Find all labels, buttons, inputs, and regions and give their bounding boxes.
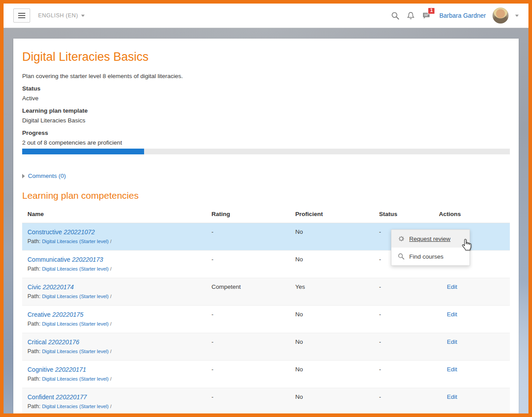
column-header-rating: Rating xyxy=(211,211,295,217)
gear-icon xyxy=(398,235,405,242)
path-level-link[interactable]: (Starter level) xyxy=(79,321,109,327)
menu-item-find-courses[interactable]: Find courses xyxy=(391,248,469,265)
user-menu-caret-icon[interactable] xyxy=(515,15,519,17)
proficient-cell: No xyxy=(295,366,379,382)
competencies-heading: Learning plan competencies xyxy=(22,190,510,201)
competency-path: Path: Digital Literacies (Starter level)… xyxy=(27,376,211,382)
page-title: Digital Literacies Basics xyxy=(22,50,510,64)
comments-toggle[interactable]: Comments (0) xyxy=(22,173,510,179)
top-navbar: ENGLISH (EN) 1 Barbara Gardner xyxy=(4,4,528,28)
rating-cell: Competent xyxy=(211,283,295,299)
competency-link[interactable]: Critical 220220176 xyxy=(27,338,79,346)
collapsed-caret-icon xyxy=(22,174,25,178)
proficient-cell: No xyxy=(295,338,379,354)
proficient-cell: Yes xyxy=(295,283,379,299)
rating-cell: - xyxy=(211,393,295,409)
proficient-cell: No xyxy=(295,228,379,244)
progress-fill xyxy=(22,149,144,154)
menu-item-request-review[interactable]: Request review xyxy=(391,230,469,248)
column-header-actions: Actions xyxy=(439,211,510,217)
actions-dropdown-menu: Request review Find courses xyxy=(391,229,470,266)
competency-path: Path: Digital Literacies (Starter level)… xyxy=(27,348,211,354)
table-header-row: Name Rating Proficient Status Actions xyxy=(22,205,510,223)
avatar[interactable] xyxy=(493,8,509,24)
notifications-bell-icon[interactable] xyxy=(407,11,415,20)
search-icon xyxy=(398,253,405,260)
path-level-link[interactable]: (Starter level) xyxy=(79,266,109,271)
plan-description: Plan covering the starter level 8 elemen… xyxy=(22,73,510,79)
edit-link[interactable]: Edit xyxy=(447,338,457,345)
path-framework-link[interactable]: Digital Literacies xyxy=(42,349,78,354)
competency-link[interactable]: Communicative 220220173 xyxy=(27,256,103,263)
rating-cell: - xyxy=(211,256,295,272)
column-header-name: Name xyxy=(22,211,211,217)
table-row: Critical 220220176 Path: Digital Literac… xyxy=(22,333,510,361)
menu-item-label: Find courses xyxy=(409,253,443,260)
search-icon[interactable] xyxy=(391,11,400,20)
proficient-cell: No xyxy=(295,256,379,272)
message-count-badge: 1 xyxy=(428,8,435,14)
navbar-right: 1 Barbara Gardner xyxy=(391,8,519,24)
edit-link[interactable]: Edit xyxy=(447,283,457,290)
status-cell: - xyxy=(379,338,439,354)
menu-item-label: Request review xyxy=(409,236,450,242)
content-card: Digital Literacies Basics Plan covering … xyxy=(13,39,519,413)
column-header-status: Status xyxy=(379,211,439,217)
table-row: Cognitive 220220171 Path: Digital Litera… xyxy=(22,361,510,388)
path-framework-link[interactable]: Digital Literacies xyxy=(42,404,78,409)
template-label: Learning plan template xyxy=(22,107,510,114)
status-value: Active xyxy=(22,95,510,102)
table-row: Confident 220220177 Path: Digital Litera… xyxy=(22,388,510,413)
path-level-link[interactable]: (Starter level) xyxy=(79,349,109,354)
path-framework-link[interactable]: Digital Literacies xyxy=(42,239,78,244)
proficient-cell: No xyxy=(295,393,379,409)
proficient-cell: No xyxy=(295,311,379,327)
path-framework-link[interactable]: Digital Literacies xyxy=(42,321,78,327)
path-level-link[interactable]: (Starter level) xyxy=(79,239,109,244)
status-cell: - xyxy=(379,283,439,299)
template-value: Digital Literacies Basics xyxy=(22,117,510,124)
status-label: Status xyxy=(22,85,510,92)
competency-link[interactable]: Cognitive 220220171 xyxy=(27,366,86,373)
competency-path: Path: Digital Literacies (Starter level)… xyxy=(27,321,211,327)
path-framework-link[interactable]: Digital Literacies xyxy=(42,376,78,382)
table-row: Creative 220220175 Path: Digital Literac… xyxy=(22,306,510,333)
comments-link[interactable]: Comments (0) xyxy=(28,173,66,179)
path-level-link[interactable]: (Starter level) xyxy=(79,294,109,299)
competency-link[interactable]: Constructive 220221072 xyxy=(27,228,95,236)
status-cell: - xyxy=(379,393,439,409)
menu-toggle-button[interactable] xyxy=(13,8,30,23)
status-cell: - xyxy=(379,366,439,382)
competency-path: Path: Digital Literacies (Starter level)… xyxy=(27,293,211,299)
competency-link[interactable]: Civic 220220174 xyxy=(27,283,74,291)
chevron-down-icon xyxy=(81,15,85,17)
rating-cell: - xyxy=(211,338,295,354)
competency-link[interactable]: Confident 220220177 xyxy=(27,393,87,401)
edit-link[interactable]: Edit xyxy=(447,311,457,318)
rating-cell: - xyxy=(211,228,295,244)
status-cell: - xyxy=(379,311,439,327)
rating-cell: - xyxy=(211,311,295,327)
progress-text: 2 out of 8 competencies are proficient xyxy=(22,139,510,146)
edit-link[interactable]: Edit xyxy=(447,366,457,373)
user-name-link[interactable]: Barbara Gardner xyxy=(439,12,486,19)
competency-link[interactable]: Creative 220220175 xyxy=(27,311,83,318)
competency-path: Path: Digital Literacies (Starter level)… xyxy=(27,266,211,272)
competency-path: Path: Digital Literacies (Starter level)… xyxy=(27,238,211,244)
rating-cell: - xyxy=(211,366,295,382)
table-row: Civic 220220174 Path: Digital Literacies… xyxy=(22,278,510,306)
path-framework-link[interactable]: Digital Literacies xyxy=(42,294,78,299)
path-framework-link[interactable]: Digital Literacies xyxy=(42,266,78,271)
mouse-cursor-hand-icon xyxy=(460,239,472,254)
language-selector[interactable]: ENGLISH (EN) xyxy=(38,12,85,19)
messages-icon[interactable]: 1 xyxy=(422,11,431,20)
language-label: ENGLISH (EN) xyxy=(38,12,78,19)
page-background: Digital Literacies Basics Plan covering … xyxy=(4,28,528,413)
path-level-link[interactable]: (Starter level) xyxy=(79,376,109,382)
page-frame: ENGLISH (EN) 1 Barbara Gardner Digital L… xyxy=(0,0,532,417)
hamburger-icon xyxy=(18,13,25,14)
path-level-link[interactable]: (Starter level) xyxy=(79,404,109,409)
progress-label: Progress xyxy=(22,130,510,136)
edit-link[interactable]: Edit xyxy=(447,393,457,400)
column-header-proficient: Proficient xyxy=(295,211,379,217)
